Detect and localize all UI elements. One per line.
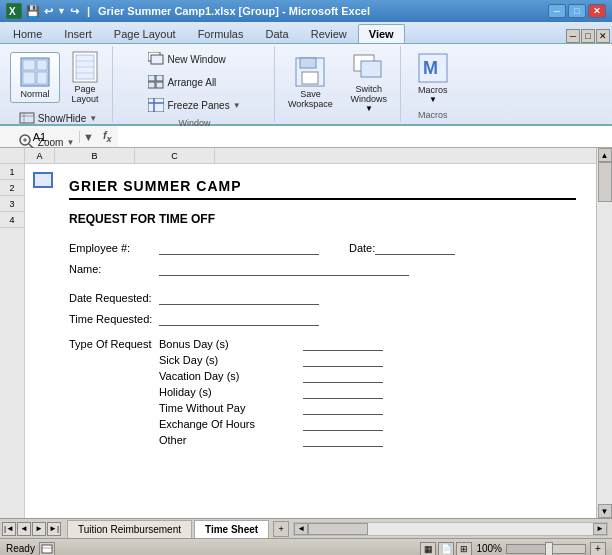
h-scroll-track[interactable] <box>308 523 593 535</box>
cell-ref-dropdown[interactable]: ▼ <box>80 131 97 143</box>
name-label: Name: <box>69 263 159 275</box>
macros-button[interactable]: M Macros ▼ <box>412 49 454 107</box>
show-hide-button[interactable]: Show/Hide ▼ <box>14 107 102 129</box>
ribbon-restore[interactable]: □ <box>581 29 595 43</box>
status-bar: Ready ▦ 📄 ⊞ 100% + <box>0 538 612 555</box>
tab-prev-button[interactable]: ◄ <box>17 522 31 536</box>
page-break-status-btn[interactable]: ⊞ <box>456 542 472 556</box>
type-option-nopay-text: Time Without Pay <box>159 402 299 414</box>
scroll-down-button[interactable]: ▼ <box>598 504 612 518</box>
arrange-all-label: Arrange All <box>167 77 216 88</box>
restore-button[interactable]: □ <box>568 4 586 18</box>
row-headers: 1 2 3 4 <box>0 148 25 518</box>
type-option-other: Other <box>159 434 383 447</box>
ribbon-close[interactable]: ✕ <box>596 29 610 43</box>
tab-page-layout[interactable]: Page Layout <box>103 24 187 43</box>
selected-cell-a1 <box>33 172 53 188</box>
macros-content: M Macros ▼ <box>412 48 454 108</box>
window-controls: ─ □ ✕ <box>548 4 606 18</box>
switch-windows-button[interactable]: SwitchWindows ▼ <box>344 48 394 116</box>
date-requested-label: Date Requested: <box>69 292 159 304</box>
minimize-button[interactable]: ─ <box>548 4 566 18</box>
tab-insert[interactable]: Insert <box>53 24 103 43</box>
tab-home[interactable]: Home <box>2 24 53 43</box>
save-workspace-label: SaveWorkspace <box>288 89 333 109</box>
cell-reference[interactable]: A1 <box>0 131 80 143</box>
macros-label: Macros <box>418 85 448 95</box>
employee-row: Employee #: Date: <box>69 242 576 255</box>
freeze-panes-label: Freeze Panes <box>167 100 229 111</box>
switch-windows-label: SwitchWindows <box>351 84 388 104</box>
svg-rect-25 <box>148 98 164 112</box>
name-line <box>159 263 409 276</box>
ribbon-group-window: New Window Arrange All <box>115 46 275 122</box>
save-workspace-button[interactable]: SaveWorkspace <box>283 53 338 112</box>
normal-view-status-btn[interactable]: ▦ <box>420 542 436 556</box>
zoom-in-button[interactable]: + <box>590 542 606 556</box>
svg-rect-21 <box>148 75 155 81</box>
row-3: 3 <box>0 196 24 212</box>
vertical-scrollbar[interactable]: ▲ ▼ <box>596 148 612 518</box>
svg-text:X: X <box>9 6 16 17</box>
tab-review[interactable]: Review <box>300 24 358 43</box>
arrange-all-icon <box>148 74 164 90</box>
type-option-exchange-text: Exchange Of Hours <box>159 418 299 430</box>
tab-data[interactable]: Data <box>254 24 299 43</box>
new-sheet-button[interactable]: + <box>273 521 289 537</box>
svg-rect-29 <box>300 58 316 68</box>
row-1: 1 <box>0 164 24 180</box>
status-sheet-icon[interactable] <box>39 542 55 556</box>
tab-first-button[interactable]: |◄ <box>2 522 16 536</box>
zoom-level: 100% <box>476 543 502 554</box>
horizontal-scrollbar[interactable]: ◄ ► <box>293 522 608 536</box>
quick-redo-icon[interactable]: ↪ <box>70 5 79 18</box>
scroll-right-button[interactable]: ► <box>593 523 607 535</box>
new-window-label: New Window <box>167 54 225 65</box>
type-option-holiday: Holiday (s) <box>159 386 383 399</box>
tab-view[interactable]: View <box>358 24 405 43</box>
sheet-tab-timesheet[interactable]: Time Sheet <box>194 520 269 538</box>
sheet-tab-tuition[interactable]: Tuition Reimbursement <box>67 520 192 538</box>
ribbon-minimize[interactable]: ─ <box>566 29 580 43</box>
title-bar: X 💾 ↩ ▼ ↪ | Grier Summer Camp1.xlsx [Gro… <box>0 0 612 22</box>
doc-subtitle: REQUEST FOR TIME OFF <box>69 212 576 226</box>
excel-icon: X <box>6 3 22 19</box>
sheet-content[interactable]: GRIER SUMMER CAMP REQUEST FOR TIME OFF E… <box>25 164 596 461</box>
time-requested-label: Time Requested: <box>69 313 159 325</box>
scroll-thumb[interactable] <box>598 162 612 202</box>
type-option-nopay: Time Without Pay <box>159 402 383 415</box>
freeze-panes-icon <box>148 97 164 113</box>
page-layout-status-btn[interactable]: 📄 <box>438 542 454 556</box>
zoom-slider-thumb[interactable] <box>545 542 553 556</box>
zoom-slider[interactable] <box>506 544 586 554</box>
type-request-row: Type Of Request Bonus Day (s) Sick Day (… <box>69 338 576 447</box>
close-button[interactable]: ✕ <box>588 4 606 18</box>
column-headers: A B C <box>25 148 596 164</box>
scroll-left-button[interactable]: ◄ <box>294 523 308 535</box>
quick-undo-icon[interactable]: ↩ <box>44 5 53 18</box>
page-layout-button[interactable]: PageLayout <box>64 48 106 107</box>
normal-view-label: Normal <box>20 89 49 99</box>
arrange-all-button[interactable]: Arrange All <box>143 71 221 93</box>
col-header-c: C <box>135 148 215 163</box>
scroll-up-button[interactable]: ▲ <box>598 148 612 162</box>
date-requested-line <box>159 292 319 305</box>
normal-view-button[interactable]: Normal <box>10 52 60 103</box>
formula-function-icon[interactable]: fx <box>97 129 118 144</box>
freeze-panes-button[interactable]: Freeze Panes ▼ <box>143 94 245 116</box>
tab-formulas[interactable]: Formulas <box>187 24 255 43</box>
h-scroll-thumb[interactable] <box>308 523 368 535</box>
quick-save-icon[interactable]: 💾 <box>26 5 40 18</box>
save-workspace-icon <box>294 56 326 88</box>
quick-undo-arrow[interactable]: ▼ <box>57 6 66 16</box>
formula-input[interactable] <box>118 126 612 147</box>
status-right: ▦ 📄 ⊞ 100% + <box>420 542 606 556</box>
svg-rect-30 <box>302 72 318 84</box>
tab-last-button[interactable]: ►| <box>47 522 61 536</box>
type-option-bonus-line <box>303 338 383 351</box>
col-header-more <box>215 148 596 163</box>
new-window-button[interactable]: New Window <box>143 48 230 70</box>
svg-rect-22 <box>156 75 163 81</box>
scroll-track[interactable] <box>598 162 612 504</box>
tab-next-button[interactable]: ► <box>32 522 46 536</box>
